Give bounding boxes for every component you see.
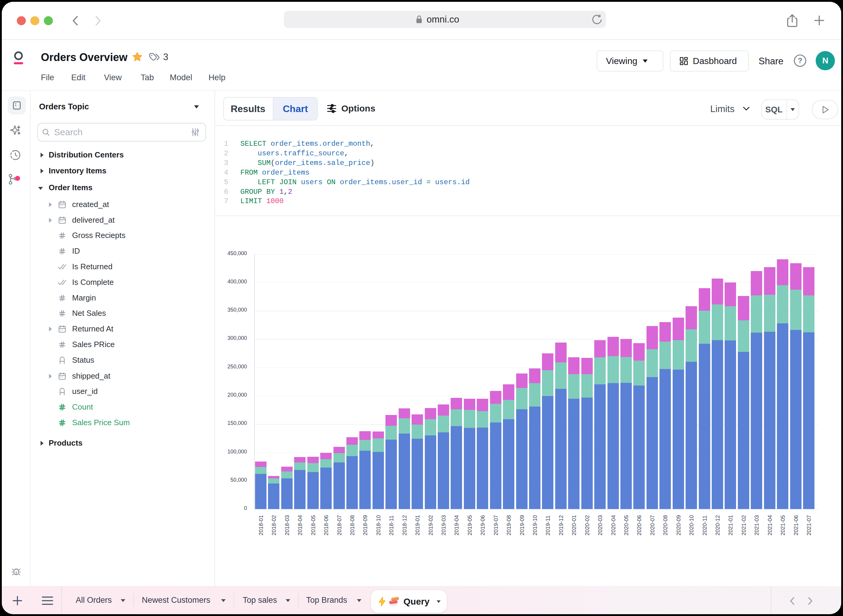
svg-text:?: ? [798, 57, 802, 65]
